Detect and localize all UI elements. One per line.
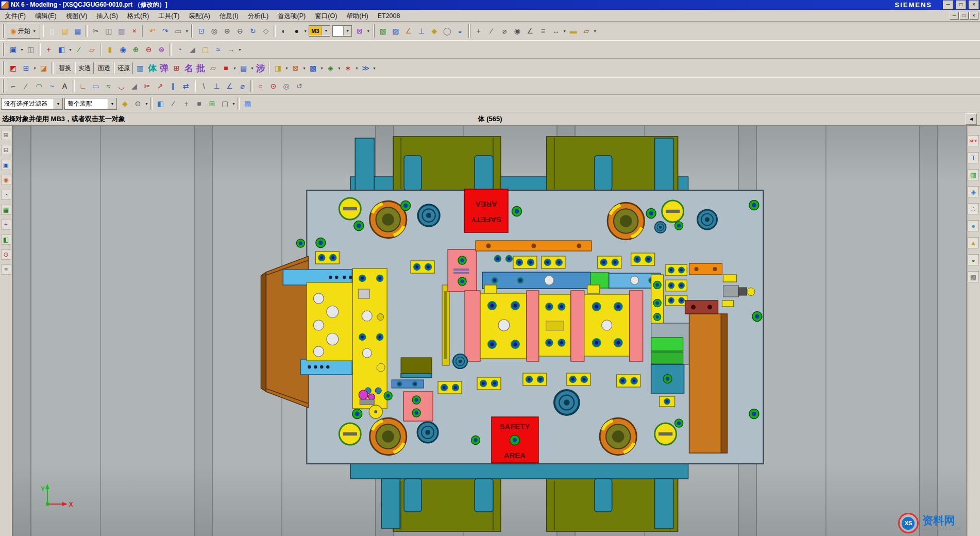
chevron-down-icon[interactable]: ▾ [319, 66, 324, 71]
hole-icon[interactable]: ◉ [116, 42, 129, 57]
collapse-left-icon[interactable]: ◄ [966, 113, 977, 125]
grid-icon[interactable]: ▩ [968, 271, 979, 282]
chevron-down-icon[interactable]: ▾ [366, 29, 370, 34]
chevron-down-icon[interactable]: ▾ [593, 29, 597, 34]
object-color-combo[interactable]: ▾ [332, 25, 352, 37]
perspective-icon[interactable]: ◇ [259, 24, 272, 38]
menu-preferences[interactable]: 首选项(P) [273, 11, 310, 21]
chevron-down-icon[interactable]: ▾ [250, 66, 255, 71]
select-body-icon[interactable]: ■ [193, 96, 206, 111]
select-vertex-icon[interactable]: + [180, 96, 193, 111]
trim-icon[interactable]: ✂ [141, 79, 154, 93]
edit-display-icon[interactable]: ◪ [37, 61, 50, 75]
perpendicular-constraint-icon[interactable]: ⊥ [210, 79, 223, 93]
sphere-icon[interactable]: ● [968, 220, 979, 231]
layer-visible-icon[interactable]: ▨ [389, 24, 402, 38]
chevron-down-icon[interactable]: ▾ [32, 66, 37, 71]
assembly-navigator-icon[interactable]: ⊞ [1, 130, 11, 140]
chevron-down-icon[interactable]: ▾ [562, 29, 567, 34]
chevron-down-icon[interactable]: ▾ [232, 66, 237, 71]
snap-center-icon[interactable]: ⌀ [498, 24, 511, 38]
studio-spline-icon[interactable]: ≈ [102, 79, 115, 93]
layer-settings-icon[interactable]: ▧ [376, 24, 389, 38]
pencil-icon[interactable]: ▱ [207, 61, 219, 75]
menu-insert[interactable]: 插入(S) [92, 11, 123, 21]
snap-point-icon[interactable]: + [472, 24, 485, 38]
text-icon[interactable]: A [58, 79, 71, 93]
rectangle-icon[interactable]: ▭ [89, 79, 102, 93]
red-cube-icon[interactable]: ■ [219, 61, 232, 75]
spline-icon[interactable]: ~ [45, 79, 58, 93]
rectangle-select-icon[interactable]: ▢ [218, 96, 231, 111]
solid-transparent-button[interactable]: 实透 [75, 62, 94, 74]
snap-align-icon[interactable]: ≡ [536, 24, 549, 38]
batch-tool-button[interactable]: 批 [195, 62, 207, 74]
doc-close-button[interactable]: × [969, 12, 978, 20]
roles-icon[interactable]: ⊙ [1, 249, 11, 260]
snap-midpoint-icon[interactable]: ◉ [511, 24, 523, 38]
selection-filter-combo[interactable]: 没有选择过滤器 ▾ [1, 98, 63, 110]
histogram-icon[interactable]: ▥ [133, 61, 146, 75]
doc-minimize-button[interactable]: ─ [950, 12, 959, 20]
menu-et2008[interactable]: ET2008 [373, 11, 405, 21]
yellow-part-icon[interactable]: ◨ [272, 61, 284, 75]
chevron-down-icon[interactable]: ▾ [144, 102, 149, 106]
angle-constraint-icon[interactable]: ∠ [223, 79, 236, 93]
process-studio-icon[interactable]: + [1, 220, 11, 230]
new-file-icon[interactable]: ▯ [45, 24, 58, 38]
menu-assemblies[interactable]: 装配(A) [184, 11, 215, 21]
spring-tool-button[interactable]: 弹 [158, 62, 170, 74]
orange-clamp-bar[interactable] [476, 241, 592, 251]
chevron-down-icon[interactable]: ▾ [372, 66, 377, 71]
wade-tool-button[interactable]: 涉 [255, 62, 266, 74]
select-component-icon[interactable]: ⊞ [206, 96, 218, 111]
immediate-hide-icon[interactable]: ◒ [453, 24, 466, 38]
palettes-icon[interactable]: ≡ [1, 264, 11, 275]
cone-icon[interactable]: ▲ [968, 237, 979, 248]
chevron-down-icon[interactable]: ▾ [68, 47, 73, 52]
menu-window[interactable]: 窗口(O) [310, 11, 342, 21]
toolbar-grip[interactable] [468, 24, 470, 38]
datum-display-icon[interactable]: ⊥ [415, 24, 428, 38]
body-tool-button[interactable]: 体 [146, 62, 158, 74]
half-section-icon[interactable]: ◒ [968, 254, 979, 265]
extend-icon[interactable]: ↗ [154, 79, 166, 93]
shaded-select-icon[interactable]: ▦ [241, 96, 254, 111]
graphics-window[interactable]: SAFETY AREA SAFETY AREA Y [12, 126, 966, 536]
redo-icon[interactable]: ↷ [159, 24, 172, 38]
assembly-constraints-icon[interactable]: ⊞ [20, 61, 32, 75]
measure-icon[interactable]: ↔ [549, 24, 562, 38]
lower-die-shoes[interactable] [350, 463, 688, 531]
menu-analysis[interactable]: 分析(L) [243, 11, 273, 21]
select-edge-icon[interactable]: ∕ [167, 96, 180, 111]
point-icon[interactable]: + [42, 42, 55, 57]
chevron-down-icon[interactable]: ▾ [343, 26, 351, 36]
center-punch-column[interactable] [352, 269, 387, 409]
toolbar-grip[interactable] [191, 24, 193, 38]
shell-icon[interactable]: ▢ [199, 42, 212, 57]
chevron-down-icon[interactable]: ▾ [322, 26, 330, 36]
menu-information[interactable]: 信息(I) [215, 11, 243, 21]
display-mode-icon[interactable]: ◩ [7, 61, 20, 75]
punch-retainer-band[interactable] [465, 285, 643, 361]
paste-icon[interactable]: ▥ [115, 24, 128, 38]
blue-gem-icon[interactable]: ◈ [968, 186, 979, 197]
cut-icon[interactable]: ✂ [89, 24, 102, 38]
toolbar-grip[interactable] [372, 24, 375, 38]
start-button[interactable]: ◉开始▾ [7, 24, 40, 39]
chevron-down-icon[interactable]: ▾ [354, 66, 359, 71]
part-navigator-icon[interactable]: ▣ [1, 160, 11, 170]
history-icon[interactable]: ◔ [1, 190, 11, 200]
explode-icon[interactable]: ∗ [342, 61, 354, 75]
snap-angle-icon[interactable]: ∠ [523, 24, 536, 38]
window-icon[interactable]: ▣ [7, 42, 20, 57]
quick-trim-icon[interactable]: \ [197, 79, 210, 93]
toolbar-grip[interactable] [3, 79, 5, 93]
upper-stripper-block[interactable] [448, 249, 477, 292]
safety-area-bottom[interactable]: SAFETY AREA [492, 417, 538, 463]
arc-icon[interactable]: ◠ [32, 79, 45, 93]
menu-tools[interactable]: 工具(T) [154, 11, 184, 21]
manufacturing-icon[interactable]: ◧ [1, 234, 11, 245]
chevron-down-icon[interactable]: ▾ [54, 99, 62, 109]
name-tool-button[interactable]: 名 [183, 62, 195, 74]
